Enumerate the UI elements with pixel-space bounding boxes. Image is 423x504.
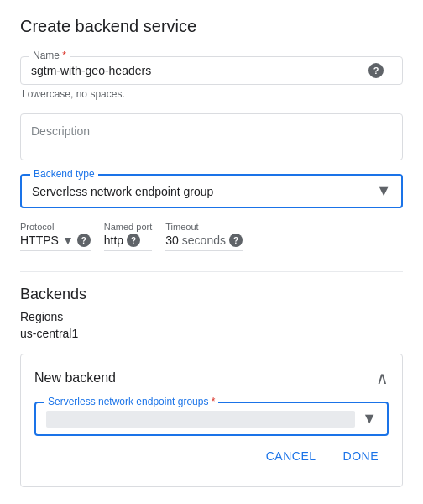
description-placeholder[interactable]: Description [31,124,90,138]
new-backend-title: New backend [34,370,116,386]
name-input[interactable] [31,64,392,77]
timeout-help-icon[interactable]: ? [229,234,243,247]
collapse-icon[interactable]: ∧ [376,368,389,388]
backends-section: Backends Regions us-central1 [20,286,403,340]
regions-label: Regions [20,310,403,323]
backend-type-value: Serverless network endpoint group [32,185,376,198]
named-port-select[interactable]: http ? [104,234,152,251]
timeout-unit: seconds [182,234,226,247]
description-field-group: Description [20,113,403,160]
timeout-row: 30 seconds ? [165,234,243,251]
named-port-value: http [104,234,123,247]
regions-value: us-central1 [20,327,403,340]
page-title: Create backend service [20,17,403,36]
cancel-button[interactable]: CANCEL [256,443,326,470]
protocol-label: Protocol [20,222,91,232]
name-help-icon[interactable]: ? [368,63,384,78]
protocol-help-icon[interactable]: ? [77,234,91,247]
done-button[interactable]: DONE [333,443,389,470]
footer-buttons: CANCEL DONE [34,436,389,473]
protocol-dropdown-arrow[interactable]: ▼ [62,234,74,247]
name-hint: Lowercase, no spaces. [20,88,403,100]
named-port-label: Named port [104,222,152,232]
backend-type-dropdown-arrow[interactable]: ▼ [376,182,391,200]
protocol-select[interactable]: HTTPS ▼ ? [20,234,91,251]
new-backend-header: New backend ∧ [34,368,389,388]
serverless-select-row[interactable]: ▼ [46,410,377,428]
serverless-value-placeholder [46,411,355,428]
backends-title: Backends [20,286,403,303]
name-field-group: Name * ? [20,56,403,85]
new-backend-panel: New backend ∧ Serverless network endpoin… [20,354,403,487]
serverless-label: Serverless network endpoint groups * [44,396,218,407]
protocol-group: Protocol HTTPS ▼ ? [20,222,91,251]
backend-type-label: Backend type [30,168,98,180]
named-port-group: Named port http ? [104,222,152,251]
name-label: Name * [29,50,70,61]
section-divider [20,271,403,272]
named-port-help-icon[interactable]: ? [127,234,140,247]
protocol-value: HTTPS [20,234,59,247]
serverless-group[interactable]: Serverless network endpoint groups * ▼ [34,402,389,436]
backend-type-select[interactable]: Serverless network endpoint group ▼ [32,182,391,200]
timeout-group: Timeout 30 seconds ? [165,222,243,251]
backend-type-group[interactable]: Backend type Serverless network endpoint… [20,174,403,208]
timeout-value: 30 [165,234,179,247]
protocol-row: Protocol HTTPS ▼ ? Named port http ? Tim… [20,222,403,251]
serverless-dropdown-arrow[interactable]: ▼ [362,410,377,428]
timeout-label: Timeout [165,222,243,232]
